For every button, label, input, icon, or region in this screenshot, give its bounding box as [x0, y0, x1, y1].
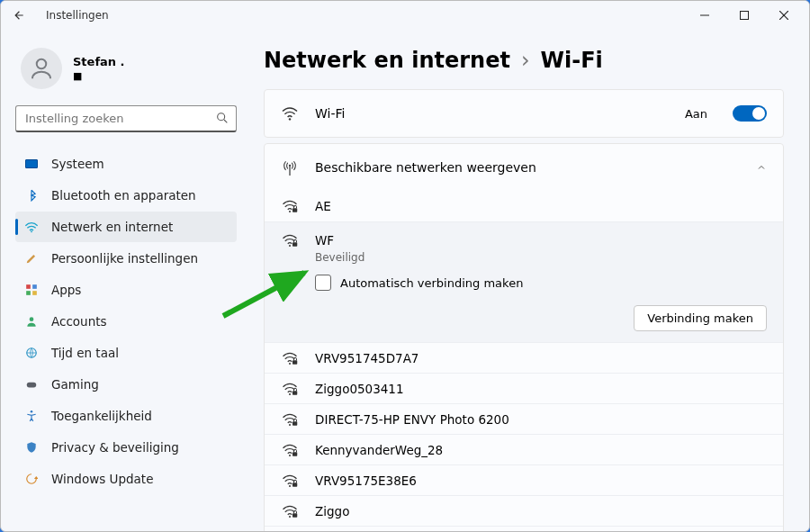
network-item[interactable]: Ziggo0503411 [265, 373, 783, 403]
sidebar-item-privacy[interactable]: Privacy & beveiliging [15, 432, 237, 463]
user-status: ■ [73, 70, 125, 82]
available-networks-header[interactable]: Beschikbare netwerken weergeven [265, 144, 783, 191]
settings-window: Instellingen Stefan . ■ [0, 0, 810, 532]
sidebar-item-accounts[interactable]: Accounts [15, 306, 237, 337]
svg-point-25 [289, 393, 291, 395]
bluetooth-icon [24, 188, 39, 203]
svg-rect-28 [292, 421, 297, 426]
svg-point-7 [31, 230, 32, 232]
gaming-icon [24, 377, 39, 392]
sidebar-item-label: Bluetooth en apparaten [51, 188, 196, 203]
svg-point-15 [31, 410, 33, 413]
sidebar-item-label: Privacy & beveiliging [51, 440, 179, 455]
avatar [21, 48, 62, 89]
search-field [15, 105, 237, 132]
person-icon [28, 55, 55, 82]
sidebar-item-accessibility[interactable]: Toegankelijkheid [15, 401, 237, 431]
network-item[interactable]: Ziggo [265, 495, 783, 526]
svg-rect-26 [292, 391, 297, 395]
sidebar-item-label: Persoonlijke instellingen [51, 251, 198, 266]
svg-rect-20 [292, 208, 297, 212]
svg-rect-14 [27, 383, 37, 388]
sidebar-item-time-language[interactable]: Tijd en taal [15, 338, 237, 368]
svg-point-4 [37, 59, 47, 69]
wifi-secure-icon [281, 504, 299, 518]
svg-rect-30 [292, 452, 297, 456]
nav-list: Systeem Bluetooth en apparaten Netwerk e… [15, 149, 237, 494]
back-button[interactable] [6, 3, 32, 28]
auto-connect-checkbox[interactable] [315, 275, 331, 291]
svg-point-27 [289, 424, 291, 426]
update-icon [24, 472, 39, 486]
svg-rect-32 [292, 482, 297, 487]
network-name: VRV95175E38E6 [315, 473, 417, 488]
minimize-button[interactable] [685, 3, 724, 28]
sidebar-item-label: Toegankelijkheid [51, 409, 152, 423]
sidebar-item-network[interactable]: Netwerk en internet [15, 212, 237, 242]
shield-icon [24, 440, 39, 455]
svg-rect-10 [26, 291, 31, 295]
network-name: Ziggo0503411 [315, 382, 404, 396]
breadcrumb-parent[interactable]: Netwerk en internet [264, 48, 510, 73]
user-name: Stefan . [73, 55, 125, 68]
network-item[interactable]: Ziggo9785535 [265, 526, 783, 531]
svg-point-12 [30, 317, 34, 321]
sidebar-item-apps[interactable]: Apps [15, 275, 237, 305]
apps-icon [24, 283, 39, 297]
wifi-secure-icon [281, 473, 299, 488]
user-block[interactable]: Stefan . ■ [15, 41, 237, 105]
sidebar-item-label: Tijd en taal [51, 346, 119, 360]
minimize-icon [700, 11, 709, 20]
network-item[interactable]: VRV951745D7A7 [265, 342, 783, 373]
svg-point-29 [289, 455, 291, 456]
wifi-secure-icon [281, 443, 299, 457]
close-icon [779, 11, 788, 20]
network-item[interactable]: KennyvanderWeg_28 [265, 434, 783, 464]
network-name: AE [315, 199, 331, 213]
sidebar-item-windows-update[interactable]: Windows Update [15, 464, 237, 494]
network-name: VRV951745D7A7 [315, 351, 418, 365]
window-title: Instellingen [46, 9, 109, 22]
wifi-toggle[interactable] [733, 105, 767, 122]
svg-rect-1 [741, 12, 749, 20]
svg-rect-8 [26, 284, 31, 289]
svg-line-6 [224, 120, 227, 122]
system-icon [24, 157, 39, 171]
svg-point-18 [289, 165, 291, 167]
wifi-icon [281, 106, 299, 121]
close-button[interactable] [764, 3, 804, 28]
network-item[interactable]: AE [265, 191, 783, 221]
sidebar-item-personalization[interactable]: Persoonlijke instellingen [15, 243, 237, 274]
network-item[interactable]: DIRECT-75-HP ENVY Photo 6200 [265, 403, 783, 434]
search-icon [215, 111, 230, 129]
auto-connect-label: Automatisch verbinding maken [340, 276, 523, 290]
network-name: KennyvanderWeg_28 [315, 443, 443, 457]
svg-point-16 [289, 118, 291, 120]
svg-rect-9 [32, 284, 37, 289]
network-item[interactable]: VRV95175E38E6 [265, 464, 783, 495]
accessibility-icon [24, 409, 39, 423]
network-status: Beveiligd [315, 251, 364, 264]
connect-button[interactable]: Verbinding maken [634, 305, 767, 331]
sidebar-item-gaming[interactable]: Gaming [15, 369, 237, 400]
wifi-state-label: Aan [685, 107, 707, 121]
brush-icon [24, 251, 39, 266]
chevron-up-icon [756, 159, 767, 176]
antenna-icon [281, 158, 299, 176]
network-list: AE WF Beveiligd Automatisch verbindi [265, 191, 783, 531]
sidebar-item-label: Netwerk en internet [51, 220, 173, 234]
arrow-left-icon [13, 9, 25, 22]
network-name: Ziggo [315, 504, 349, 518]
maximize-button[interactable] [724, 3, 764, 28]
wifi-secure-icon [281, 199, 299, 213]
sidebar-item-system[interactable]: Systeem [15, 149, 237, 179]
titlebar: Instellingen [1, 1, 809, 30]
available-networks-label: Beschikbare netwerken weergeven [315, 160, 740, 175]
sidebar-item-label: Systeem [51, 157, 104, 171]
network-item-selected[interactable]: WF Beveiligd Automatisch verbinding make… [265, 221, 783, 342]
search-input[interactable] [15, 105, 237, 132]
svg-point-23 [289, 363, 291, 365]
svg-point-5 [218, 113, 225, 121]
sidebar-item-bluetooth[interactable]: Bluetooth en apparaten [15, 180, 237, 211]
sidebar-item-label: Accounts [51, 314, 107, 329]
